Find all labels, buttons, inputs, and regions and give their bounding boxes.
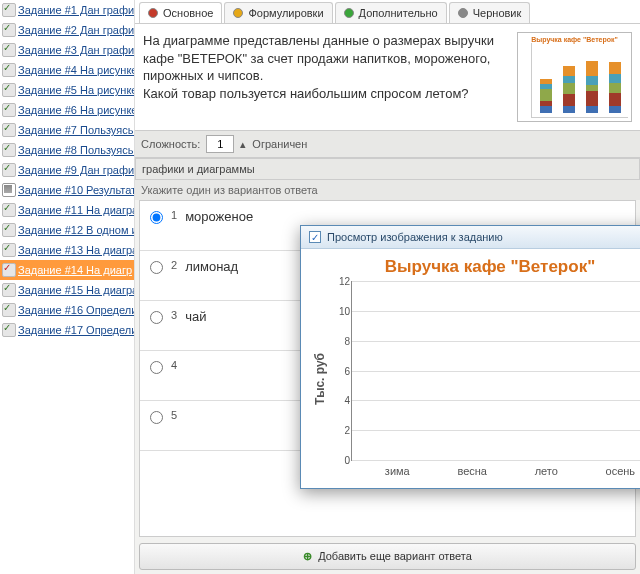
task-item-16[interactable]: Задание #16 Определить [0,300,134,320]
task-sidebar: Задание #1 Дан графикЗадание #2 Дан граф… [0,0,135,574]
thumb-chart [531,43,628,118]
answer-hint: Укажите один из вариантов ответа [135,180,640,200]
task-item-12[interactable]: Задание #12 В одном из [0,220,134,240]
tab-0[interactable]: Основное [139,2,222,23]
ytick: 4 [330,395,350,406]
tab-dot-icon [344,8,354,18]
option-radio-3[interactable] [150,311,163,324]
option-radio-5[interactable] [150,411,163,424]
tab-1[interactable]: Формулировки [224,2,332,23]
properties-row: Сложность: ▴ Ограничен [135,131,640,158]
task-item-7[interactable]: Задание #7 Пользуясь г [0,120,134,140]
chart-grid: 024681012 [351,281,640,461]
ytick: 8 [330,335,350,346]
option-number: 1 [171,209,177,221]
option-number: 2 [171,259,177,271]
option-text: мороженое [185,209,253,224]
task-description: На диаграмме представлены данные о разме… [143,32,509,122]
image-preview-popup[interactable]: ✓ Просмотр изображения к заданию Выручка… [300,225,640,489]
ytick: 0 [330,455,350,466]
add-option-button[interactable]: ⊕ Добавить еще вариант ответа [139,543,636,570]
task-item-10[interactable]: Задание #10 Результат [0,180,134,200]
add-option-label: Добавить еще вариант ответа [318,550,472,563]
ytick: 10 [330,305,350,316]
task-item-8[interactable]: Задание #8 Пользуясь г [0,140,134,160]
task-item-1[interactable]: Задание #1 Дан график [0,0,134,20]
chart-xticks: зимавесналетоосень [351,461,640,477]
tab-dot-icon [148,8,158,18]
xtick: осень [606,465,636,477]
tab-dot-icon [458,8,468,18]
option-text: лимонад [185,259,238,274]
category-row[interactable]: графики и диаграммы [135,158,640,180]
spinner-up-icon[interactable]: ▴ [240,138,246,151]
option-number: 4 [171,359,177,371]
option-radio-2[interactable] [150,261,163,274]
complexity-label: Сложность: [141,138,200,150]
xtick: зима [385,465,410,477]
xtick: лето [535,465,558,477]
chart-ylabel: Тыс. руб [311,281,329,477]
tab-3[interactable]: Черновик [449,2,531,23]
tab-2[interactable]: Дополнительно [335,2,447,23]
popup-title-text: Просмотр изображения к заданию [327,231,503,243]
task-item-13[interactable]: Задание #13 На диаграм [0,240,134,260]
chart-title: Выручка кафе "Ветерок" [311,255,640,281]
option-number: 3 [171,309,177,321]
task-item-15[interactable]: Задание #15 На диаграм [0,280,134,300]
ytick: 2 [330,425,350,436]
task-item-14[interactable]: Задание #14 На диагр [0,260,134,280]
tab-dot-icon [233,8,243,18]
thumb-title: Выручка кафе "Ветерок" [521,36,628,43]
popup-titlebar[interactable]: ✓ Просмотр изображения к заданию [301,226,640,249]
task-item-17[interactable]: Задание #17 Определить [0,320,134,340]
chart-thumbnail[interactable]: Выручка кафе "Ветерок" [517,32,632,122]
limit-label: Ограничен [252,138,307,150]
complexity-input[interactable] [206,135,234,153]
option-number: 5 [171,409,177,421]
task-item-2[interactable]: Задание #2 Дан график [0,20,134,40]
plus-icon: ⊕ [303,550,312,563]
task-item-6[interactable]: Задание #6 На рисунке [0,100,134,120]
option-text: чай [185,309,206,324]
task-item-9[interactable]: Задание #9 Дан график [0,160,134,180]
task-item-11[interactable]: Задание #11 На диаграм [0,200,134,220]
tab-bar: ОсновноеФормулировкиДополнительноЧернови… [135,0,640,24]
popup-check-icon[interactable]: ✓ [309,231,321,243]
task-item-4[interactable]: Задание #4 На рисунке [0,60,134,80]
task-item-5[interactable]: Задание #5 На рисунке [0,80,134,100]
option-radio-1[interactable] [150,211,163,224]
ytick: 6 [330,365,350,376]
ytick: 12 [330,276,350,287]
task-item-3[interactable]: Задание #3 Дан график [0,40,134,60]
option-radio-4[interactable] [150,361,163,374]
xtick: весна [457,465,487,477]
